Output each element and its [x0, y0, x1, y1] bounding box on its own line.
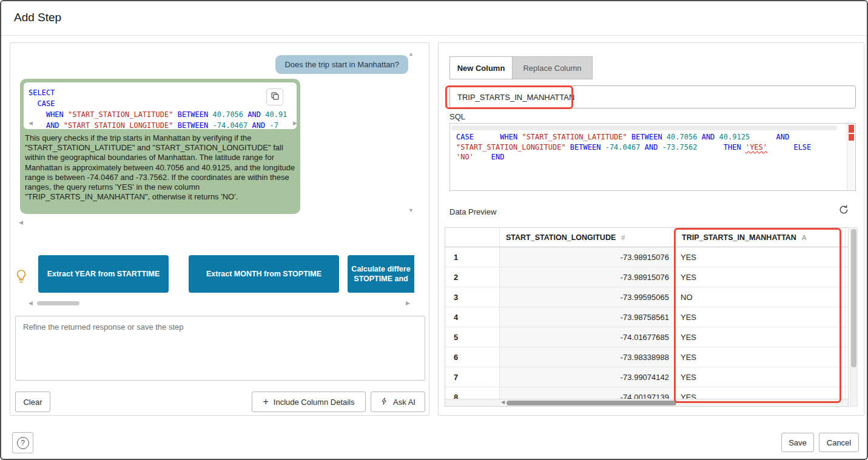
page-title: Add Step [14, 11, 61, 24]
data-preview-label: Data Preview [449, 207, 496, 216]
sql-vertical-scrollbar[interactable] [847, 124, 855, 190]
cancel-button[interactable]: Cancel [819, 433, 859, 452]
table-row[interactable]: 7-73.99074142YES [445, 367, 848, 387]
table-row[interactable]: 6-73.98338988YES [445, 347, 848, 367]
filler-header [846, 228, 849, 247]
plus-icon: + [263, 396, 268, 407]
scroll-up-icon[interactable]: ▲ [408, 52, 414, 57]
table-row[interactable]: 3-73.99595065NO [445, 287, 848, 307]
sql-horizontal-scrollbar[interactable] [451, 125, 837, 130]
column-header-longitude[interactable]: START_STATION_LONGITUDE # [500, 228, 676, 247]
clear-button[interactable]: Clear [15, 392, 50, 412]
ai-response-card: SELECT CASE WHEN "START_STATION_LATITUDE… [20, 79, 300, 214]
hscroll-left-icon[interactable]: ◀ [501, 400, 505, 405]
refine-prompt-input[interactable] [15, 316, 425, 381]
tab-new-column[interactable]: New Column [449, 56, 513, 79]
column-header-manhattan[interactable]: TRIP_STARTS_IN_MANHATTAN A [676, 228, 846, 247]
hscroll-thumb[interactable] [506, 401, 676, 405]
suggestions-scrollbar[interactable] [37, 301, 79, 305]
code-scroll-right-icon[interactable]: ▶ [293, 121, 297, 126]
suggestions-scroll-left-icon[interactable]: ◀ [29, 301, 33, 306]
user-question-bubble: Does the trip start in Manhattan? [275, 55, 408, 74]
sql-editor[interactable]: CASE WHEN "START_STATION_LATITUDE" BETWE… [449, 123, 856, 191]
add-step-dialog: Add Step Does the trip start in Manhatta… [0, 0, 868, 460]
table-header-row: START_STATION_LONGITUDE # TRIP_STARTS_IN… [445, 228, 848, 247]
refresh-button[interactable] [837, 204, 850, 217]
refresh-icon [838, 204, 849, 217]
ai-spark-icon [380, 397, 388, 407]
ask-ai-button[interactable]: Ask AI [371, 392, 425, 412]
scroll-down-icon[interactable]: ▼ [408, 208, 414, 213]
table-row[interactable]: 2-73.98915076YES [445, 267, 848, 287]
help-icon: ? [17, 437, 29, 449]
suggestions-scroll-right-icon[interactable]: ▶ [406, 301, 410, 306]
scroll-left-icon[interactable]: ◀ [19, 220, 23, 225]
sql-code-text: CASE WHEN "START_STATION_LATITUDE" BETWE… [456, 132, 841, 162]
sql-label: SQL [449, 112, 465, 121]
table-row[interactable]: 1-73.98915076YES [445, 247, 848, 267]
lightbulb-icon [14, 268, 29, 287]
data-preview-table: START_STATION_LONGITUDE # TRIP_STARTS_IN… [445, 227, 849, 407]
table-body: 1-73.98915076YES2-73.98915076YES3-73.995… [445, 247, 848, 406]
sql-warning-marker [849, 125, 854, 133]
copy-icon [271, 92, 280, 102]
ai-chat-panel: Does the trip start in Manhattan? ▲ ▼ ◀ … [10, 42, 429, 416]
table-row[interactable]: 5-74.01677685YES [445, 327, 848, 347]
table-vertical-scrollbar[interactable] [850, 227, 858, 407]
copy-button[interactable] [266, 88, 283, 105]
sql-warning-marker [849, 134, 854, 141]
column-name-input[interactable] [449, 85, 856, 108]
vscroll-thumb[interactable] [851, 229, 856, 367]
code-scroll-left-icon[interactable]: ◀ [29, 121, 33, 126]
suggestion-button[interactable]: Calculate differeSTOPTIME and [348, 255, 414, 293]
include-column-details-button[interactable]: + Include Column Details [252, 392, 366, 412]
table-horizontal-scrollbar[interactable]: ◀ [445, 399, 848, 406]
suggestion-button[interactable]: Extract YEAR from STARTTIME [38, 255, 169, 293]
dialog-header: Add Step [1, 1, 867, 36]
column-editor-panel: New Column Replace Column SQL CASE WHEN … [438, 42, 864, 416]
row-number-header [445, 228, 500, 247]
save-button[interactable]: Save [781, 433, 814, 452]
text-type-icon: A [802, 234, 806, 241]
tab-replace-column[interactable]: Replace Column [512, 56, 593, 79]
table-row[interactable]: 4-73.98758561YES [445, 307, 848, 327]
sql-snippet-box[interactable]: SELECT CASE WHEN "START_STATION_LATITUDE… [24, 82, 297, 129]
help-button[interactable]: ? [12, 432, 33, 453]
chat-sql-code: SELECT CASE WHEN "START_STATION_LATITUDE… [29, 87, 292, 129]
suggestion-button[interactable]: Extract MONTH from STOPTIME [189, 255, 339, 293]
numeric-type-icon: # [621, 234, 625, 241]
ai-explanation-text: This query checks if the trip starts in … [25, 133, 297, 202]
